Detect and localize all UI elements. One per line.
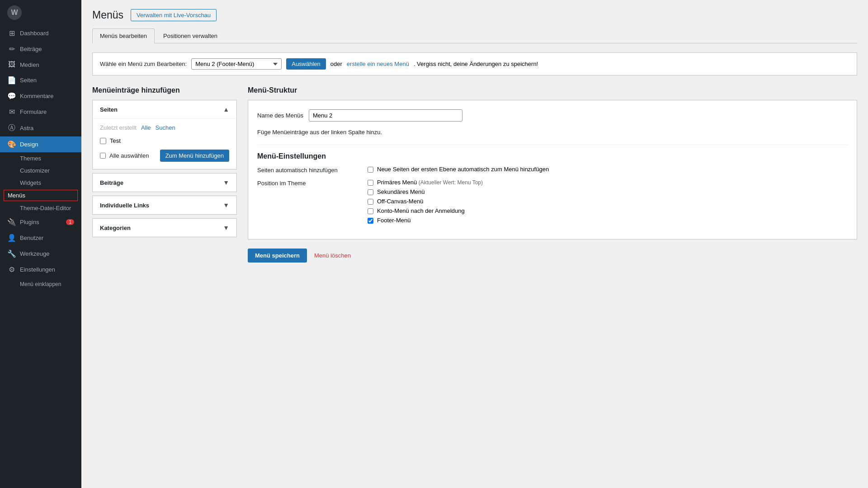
medien-icon: 🖼 [7, 61, 16, 69]
accordion-seiten: Seiten ▲ Zuletzt erstellt Alle Suchen Te… [92, 100, 237, 169]
sidebar-item-kommentare[interactable]: 💬 Kommentare [0, 88, 81, 104]
accordion-links-header[interactable]: Individuelle Links ▼ [93, 196, 236, 214]
accordion-kategorien: Kategorien ▼ [92, 218, 237, 237]
sidebar-subitem-widgets[interactable]: Widgets [0, 177, 81, 189]
select-all-label: Alle auswählen [109, 152, 149, 159]
auto-add-options: Neue Seiten der ersten Ebene automatisch… [368, 166, 848, 175]
position-footer-label: Footer-Menü [377, 217, 410, 224]
save-menu-button[interactable]: Menü speichern [248, 249, 307, 263]
auto-add-checkbox[interactable] [368, 167, 373, 173]
sidebar-item-plugins[interactable]: 🔌 Plugins 1 [0, 214, 81, 230]
position-sekundaer-checkbox[interactable] [368, 189, 373, 195]
sidebar-item-werkzeuge[interactable]: 🔧 Werkzeuge [0, 246, 81, 262]
sidebar-item-formulare[interactable]: ✉ Formulare [0, 104, 81, 120]
delete-menu-button[interactable]: Menü löschen [314, 252, 351, 259]
position-options: Primäres Menü (Aktueller Wert: Menu Top)… [368, 179, 848, 226]
sidebar-item-seiten[interactable]: 📄 Seiten [0, 72, 81, 88]
main-content: Menüs Verwalten mit Live-Vorschau Menüs … [81, 0, 868, 488]
position-konto-checkbox[interactable] [368, 208, 373, 214]
right-col-title: Menü-Struktur [248, 86, 857, 94]
tabs-bar: Menüs bearbeiten Positionen verwalten [92, 28, 857, 43]
astra-icon: Ⓐ [7, 123, 16, 133]
position-sekundaer: Sekundäres Menü [368, 188, 848, 195]
select-all-checkbox[interactable] [100, 153, 106, 159]
accordion-seiten-title: Seiten [100, 106, 118, 113]
menu-name-row: Name des Menüs [257, 109, 848, 122]
position-konto: Konto-Menü nach der Anmeldung [368, 207, 848, 214]
collapse-menu-button[interactable]: Menü einklappen [0, 277, 81, 291]
reminder-text: . Vergiss nicht, deine Änderungen zu spe… [414, 61, 538, 67]
position-row: Position im Theme Primäres Menü (Aktuell… [257, 179, 848, 226]
position-primaer-checkbox[interactable] [368, 180, 373, 186]
seiten-icon: 📄 [7, 76, 16, 84]
sidebar-subitem-customizer[interactable]: Customizer [0, 164, 81, 177]
sidebar: W ⊞ Dashboard ✏ Beiträge 🖼 Medien 📄 Seit… [0, 0, 81, 488]
menu-select-dropdown[interactable]: Menu 1 (Hauptmenü)Menu 2 (Footer-Menü)Me… [191, 58, 282, 70]
sidebar-subitem-menues[interactable]: Menüs [4, 190, 78, 201]
action-bar: Menü speichern Menü löschen [248, 249, 857, 263]
sidebar-item-dashboard[interactable]: ⊞ Dashboard [0, 25, 81, 41]
accordion-beitraege-title: Beiträge [100, 179, 123, 186]
sidebar-item-benutzer[interactable]: 👤 Benutzer [0, 230, 81, 246]
accordion-seiten-body: Zuletzt erstellt Alle Suchen Test Alle a… [93, 118, 236, 169]
werkzeuge-icon: 🔧 [7, 249, 16, 258]
menu-structure-box: Name des Menüs Füge Menüeinträge aus der… [248, 100, 857, 239]
filter-tab-zuletzt[interactable]: Zuletzt erstellt [100, 124, 137, 131]
position-sekundaer-label: Sekundäres Menü [377, 188, 425, 195]
sidebar-item-einstellungen[interactable]: ⚙ Einstellungen [0, 262, 81, 277]
seiten-label-test: Test [110, 137, 121, 144]
two-column-layout: Menüeinträge hinzufügen Seiten ▲ Zuletzt… [92, 86, 857, 263]
site-logo[interactable]: W [0, 0, 81, 25]
chevron-up-icon: ▲ [223, 106, 229, 113]
accordion-links-title: Individuelle Links [100, 202, 149, 209]
auto-add-row: Seiten automatisch hinzufügen Neue Seite… [257, 166, 848, 175]
chevron-down-icon-kategorien: ▼ [223, 224, 229, 231]
menu-hint: Füge Menüeinträge aus der linken Spalte … [257, 129, 848, 136]
select-menu-button[interactable]: Auswählen [286, 58, 326, 70]
tab-menus-bearbeiten[interactable]: Menüs bearbeiten [92, 28, 155, 43]
sidebar-item-astra[interactable]: Ⓐ Astra [0, 120, 81, 136]
accordion-beitraege-header[interactable]: Beiträge ▼ [93, 174, 236, 192]
sidebar-design-submenu: Themes Customizer Widgets Menüs Theme-Da… [0, 152, 81, 214]
create-new-menu-link[interactable]: erstelle ein neues Menü [347, 61, 409, 67]
plugins-icon: 🔌 [7, 218, 16, 226]
benutzer-icon: 👤 [7, 234, 16, 242]
add-to-menu-button[interactable]: Zum Menü hinzufügen [160, 150, 229, 162]
einstellungen-icon: ⚙ [7, 265, 16, 274]
position-footer-checkbox[interactable] [368, 218, 373, 224]
chevron-down-icon-links: ▼ [223, 202, 229, 209]
auto-add-checkbox-option: Neue Seiten der ersten Ebene automatisch… [368, 166, 848, 173]
seiten-checkbox-test[interactable] [100, 138, 106, 144]
position-off-canvas-checkbox[interactable] [368, 199, 373, 205]
page-header: Menüs Verwalten mit Live-Vorschau [92, 9, 857, 21]
filter-tab-suchen[interactable]: Suchen [156, 124, 175, 131]
position-footer: Footer-Menü [368, 217, 848, 224]
accordion-kategorien-header[interactable]: Kategorien ▼ [93, 219, 236, 237]
seiten-item-test: Test [100, 136, 229, 146]
menu-name-input[interactable] [309, 109, 462, 122]
auto-add-option-label: Neue Seiten der ersten Ebene automatisch… [377, 166, 549, 173]
accordion-seiten-header[interactable]: Seiten ▲ [93, 100, 236, 118]
kommentare-icon: 💬 [7, 92, 16, 100]
sidebar-item-beitraege[interactable]: ✏ Beiträge [0, 41, 81, 57]
chevron-down-icon-beitraege: ▼ [223, 179, 229, 186]
sidebar-item-design[interactable]: 🎨 Design [0, 136, 81, 152]
live-preview-button[interactable]: Verwalten mit Live-Vorschau [131, 9, 217, 21]
position-primaer: Primäres Menü (Aktueller Wert: Menu Top) [368, 179, 848, 186]
sidebar-item-medien[interactable]: 🖼 Medien [0, 57, 81, 72]
page-title: Menüs [92, 9, 123, 21]
accordion-individuelle-links: Individuelle Links ▼ [92, 196, 237, 215]
position-off-canvas: Off-Canvas-Menü [368, 198, 848, 205]
wp-logo-icon: W [7, 5, 22, 20]
position-primaer-label: Primäres Menü (Aktueller Wert: Menu Top) [377, 179, 483, 186]
filter-tab-alle[interactable]: Alle [141, 124, 151, 131]
tab-positionen-verwalten[interactable]: Positionen verwalten [156, 28, 225, 43]
design-icon: 🎨 [7, 140, 16, 149]
sidebar-subitem-themes[interactable]: Themes [0, 152, 81, 164]
menu-settings-title: Menü-Einstellungen [257, 152, 848, 160]
accordion-beitraege: Beiträge ▼ [92, 173, 237, 192]
accordion-kategorien-title: Kategorien [100, 225, 131, 231]
auto-add-label: Seiten automatisch hinzufügen [257, 166, 357, 175]
formulare-icon: ✉ [7, 108, 16, 116]
sidebar-subitem-theme-datei-editor[interactable]: Theme-Datei-Editor [0, 202, 81, 214]
